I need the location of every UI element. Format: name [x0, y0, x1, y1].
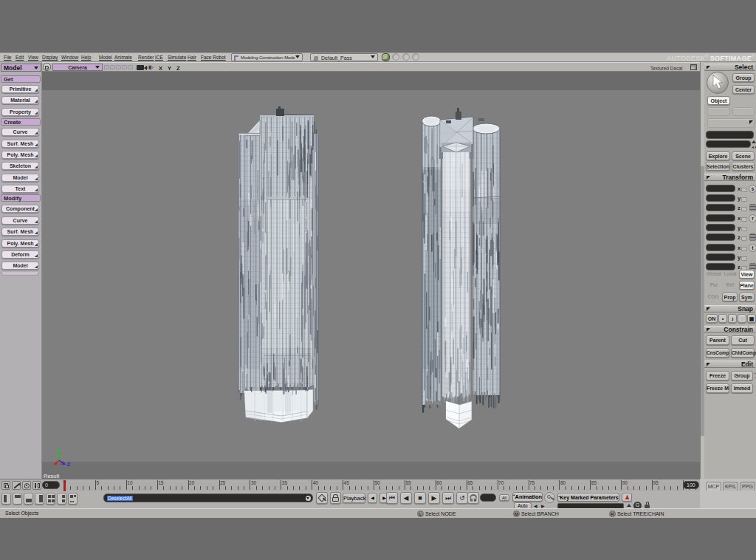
- svg-text:Z: Z: [67, 461, 71, 468]
- svg-text:Y: Y: [57, 446, 61, 453]
